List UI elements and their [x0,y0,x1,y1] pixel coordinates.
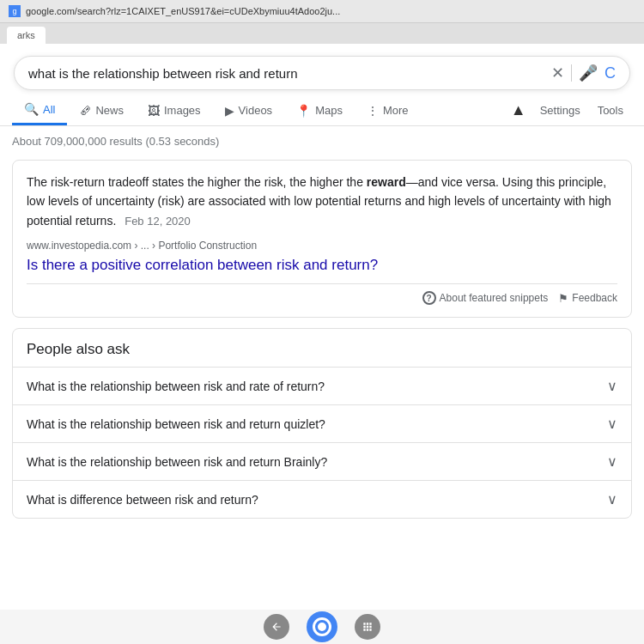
snippet-body: The risk-return tradeoff states the high… [27,173,617,231]
tab-maps-icon: 📍 [296,104,311,118]
bottom-chrome-bar [0,610,644,644]
paa-title: People also ask [13,329,631,367]
tab-news[interactable]: 🗞 News [67,97,136,125]
paa-item-2[interactable]: What is the relationship between risk an… [13,404,631,442]
tab-maps-label: Maps [315,104,343,117]
paa-item-4[interactable]: What is difference between risk and retu… [13,480,631,518]
url-text: google.com/search?rlz=1CAIXET_enUS917&ei… [26,6,635,16]
about-icon: ? [422,291,436,305]
tab-news-label: News [95,104,124,117]
feedback-button[interactable]: ⚑ Feedback [558,292,617,305]
tab-videos-icon: ▶ [225,104,234,118]
tab-maps[interactable]: 📍 Maps [284,97,355,125]
snippet-source: www.investopedia.com › ... › Portfolio C… [27,240,617,252]
tab-images-icon: 🖼 [148,104,160,118]
tab-all[interactable]: 🔍 All [12,95,67,125]
paa-item-2-text: What is the relationship between risk an… [27,417,325,431]
search-input-text: what is the relationship between risk an… [28,66,544,81]
search-bar-area: what is the relationship between risk an… [0,44,644,90]
chevron-down-icon-1: ∨ [607,378,617,394]
browser-url-bar: g google.com/search?rlz=1CAIXET_enUS917&… [0,0,644,23]
tab-news-icon: 🗞 [79,104,91,118]
paa-item-3[interactable]: What is the relationship between risk an… [13,442,631,480]
snippet-link[interactable]: Is there a positive correlation between … [27,255,617,276]
chrome-tab-button[interactable] [355,614,380,640]
tab-videos-label: Videos [239,104,273,117]
about-snippets-button[interactable]: ? About featured snippets [422,291,549,305]
nav-cursor: ▲ [506,101,532,119]
settings-link[interactable]: Settings [532,97,589,124]
about-snippets-label: About featured snippets [440,292,549,304]
chevron-down-icon-2: ∨ [607,416,617,432]
snippet-date: Feb 12, 2020 [125,215,191,228]
chrome-back-button[interactable] [264,614,289,640]
chrome-home-button[interactable] [307,611,337,642]
search-box-container[interactable]: what is the relationship between risk an… [14,56,630,90]
snippet-text-before: The risk-return tradeoff states the high… [27,175,367,189]
paa-item-4-text: What is difference between risk and retu… [27,493,258,507]
tab-more-label: More [383,104,409,117]
featured-snippet: The risk-return tradeoff states the high… [12,160,632,318]
tab-videos[interactable]: ▶ Videos [213,97,285,125]
tab-images-label: Images [164,104,201,117]
results-info: About 709,000,000 results (0.53 seconds) [0,126,644,156]
tab-all-icon: 🔍 [24,102,39,116]
nav-tabs: 🔍 All 🗞 News 🖼 Images ▶ Videos 📍 Maps ⋮ … [0,90,644,126]
google-page: what is the relationship between risk an… [0,44,644,628]
tools-link[interactable]: Tools [589,97,632,124]
paa-item-1-text: What is the relationship between risk an… [27,380,325,393]
camera-icon[interactable]: C [605,64,616,82]
browser-favicon: g [9,5,21,17]
browser-tab[interactable]: arks [7,27,46,44]
search-divider [571,64,572,82]
clear-icon[interactable]: ✕ [551,64,564,82]
snippet-em: —and vice versa. [406,175,499,189]
browser-tab-bar: arks [0,23,644,44]
voice-icon[interactable]: 🎤 [579,64,598,82]
tab-all-label: All [43,103,55,116]
feedback-label: Feedback [572,292,617,304]
chevron-down-icon-4: ∨ [607,491,617,507]
tab-more-icon: ⋮ [367,104,379,118]
paa-item-3-text: What is the relationship between risk an… [27,455,327,469]
chevron-down-icon-3: ∨ [607,453,617,470]
flag-icon: ⚑ [558,292,568,305]
people-also-ask: People also ask What is the relationship… [12,328,632,519]
tab-more[interactable]: ⋮ More [355,97,421,125]
snippet-bold: reward [367,175,406,189]
paa-item-1[interactable]: What is the relationship between risk an… [13,367,631,404]
snippet-footer: ? About featured snippets ⚑ Feedback [27,283,617,305]
tab-images[interactable]: 🖼 Images [136,97,213,125]
